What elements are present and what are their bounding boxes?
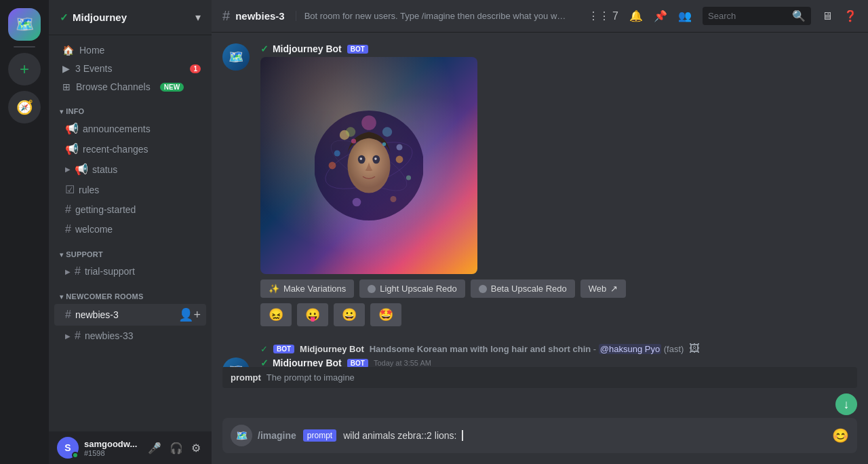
members-icon[interactable]: ⋮⋮ 7 bbox=[588, 9, 618, 22]
section-support[interactable]: ▾ SUPPORT bbox=[49, 239, 212, 261]
channel-announcements[interactable]: 📢 announcements bbox=[54, 119, 206, 138]
light-upscale-redo-button[interactable]: Light Upscale Redo bbox=[359, 279, 465, 298]
ai-portrait-svg bbox=[315, 104, 423, 227]
username: samgoodw... bbox=[84, 439, 140, 449]
add-member-icon[interactable]: 👤+ bbox=[178, 307, 201, 322]
pin-icon[interactable]: 📌 bbox=[654, 9, 667, 22]
channel-status[interactable]: ▶ 📢 status bbox=[54, 159, 206, 179]
search-icon: 🔍 bbox=[792, 9, 806, 22]
channel-getting-started[interactable]: # getting-started bbox=[54, 200, 206, 219]
verified-check: ✓ bbox=[260, 43, 269, 54]
server-icon-explore[interactable]: 🧭 bbox=[8, 91, 41, 123]
svg-point-9 bbox=[361, 115, 376, 130]
headphones-icon[interactable]: 🎧 bbox=[167, 439, 186, 457]
chevron-icon: ▾ bbox=[60, 108, 63, 115]
beta-upscale-redo-button[interactable]: Beta Upscale Redo bbox=[471, 279, 575, 298]
chevron-icon: ▶ bbox=[65, 268, 71, 275]
text-cursor bbox=[462, 430, 463, 441]
channel-newbies-3[interactable]: # newbies-3 👤+ bbox=[54, 304, 206, 326]
input-user-avatar: 🗺️ bbox=[231, 425, 252, 446]
reaction-angry[interactable]: 😖 bbox=[260, 303, 292, 326]
reroll-content: ✓ Midjourney Bot BOT Today at 3:55 AM Re… bbox=[260, 357, 857, 367]
top-bar: # newbies-3 Bot room for new users. Type… bbox=[212, 0, 868, 33]
sidebar-item-home[interactable]: 🏠 Home bbox=[54, 41, 206, 59]
prompt-label: prompt bbox=[231, 372, 261, 383]
image-container bbox=[260, 57, 857, 274]
text-channel-icon: # bbox=[65, 204, 71, 216]
scroll-to-bottom-button[interactable]: ↓ bbox=[835, 393, 857, 415]
sparkle-icon: ✨ bbox=[269, 284, 279, 294]
events-icon: ▶ bbox=[62, 63, 70, 74]
slash-command-label: /imagine bbox=[258, 430, 296, 441]
image-thumb-icon: 🖼 bbox=[689, 343, 700, 355]
web-button[interactable]: Web ↗ bbox=[580, 279, 627, 298]
plus-icon: + bbox=[20, 60, 29, 79]
search-box[interactable]: 🔍 bbox=[703, 7, 811, 25]
channel-rules[interactable]: ☑ rules bbox=[54, 180, 206, 199]
settings-icon[interactable]: ⚙ bbox=[189, 439, 203, 457]
user-discriminator: #1598 bbox=[84, 449, 140, 457]
section-info[interactable]: ▾ INFO bbox=[49, 96, 212, 118]
message-input-box: 🗺️ /imagine prompt wild animals zebra::2… bbox=[222, 418, 857, 453]
help-icon[interactable]: ❓ bbox=[844, 9, 857, 22]
circle-icon bbox=[368, 285, 376, 293]
reaction-starstruck[interactable]: 🤩 bbox=[370, 303, 401, 326]
microphone-icon[interactable]: 🎤 bbox=[145, 439, 164, 457]
message-group-reroll: 🗺️ ✓ Midjourney Bot BOT Today at 3:55 AM… bbox=[222, 357, 857, 367]
threads-icon: ⋮⋮ bbox=[588, 9, 610, 22]
svg-point-7 bbox=[353, 198, 361, 207]
notification-icon[interactable]: 🔔 bbox=[629, 9, 643, 22]
user-controls: 🎤 🎧 ⚙ bbox=[145, 439, 203, 457]
server-header[interactable]: ✓ Midjourney ▾ bbox=[49, 0, 212, 35]
server-icon-midjourney[interactable]: 🗺️ bbox=[8, 8, 41, 41]
events-badge: 1 bbox=[190, 64, 201, 73]
svg-point-6 bbox=[406, 175, 411, 180]
action-buttons: ✨ Make Variations Light Upscale Redo Bet… bbox=[260, 279, 857, 298]
make-variations-button[interactable]: ✨ Make Variations bbox=[260, 279, 354, 298]
chevron-icon: ▾ bbox=[60, 293, 63, 301]
channel-newbies-33[interactable]: ▶ # newbies-33 bbox=[54, 326, 206, 345]
sidebar-item-browse[interactable]: ⊞ Browse Channels NEW bbox=[54, 78, 206, 96]
channel-recent-changes[interactable]: 📢 recent-changes bbox=[54, 139, 206, 159]
top-bar-icons: ⋮⋮ 7 🔔 📌 👥 🔍 🖥 ❓ bbox=[588, 7, 857, 25]
reaction-tongue[interactable]: 😛 bbox=[297, 303, 328, 326]
rules-icon: ☑ bbox=[65, 183, 75, 196]
section-newcomer-rooms[interactable]: ▾ NEWCOMER ROOMS bbox=[49, 282, 212, 303]
channel-hash-icon: # bbox=[222, 8, 230, 24]
reaction-grin[interactable]: 😀 bbox=[334, 303, 365, 326]
text-channel-icon: # bbox=[75, 265, 81, 277]
reroll-time: Today at 3:55 AM bbox=[374, 359, 431, 367]
text-channel-icon: # bbox=[65, 223, 71, 235]
server-icon-add[interactable]: + bbox=[8, 53, 41, 85]
reroll-author: ✓ Midjourney Bot bbox=[260, 357, 342, 367]
svg-point-20 bbox=[334, 151, 340, 157]
prompt-tag: prompt bbox=[303, 429, 336, 442]
members-list-icon[interactable]: 👥 bbox=[678, 9, 692, 22]
emoji-picker-icon[interactable]: 😊 bbox=[832, 427, 849, 444]
command-input-text[interactable]: wild animals zebra::2 lions: bbox=[343, 430, 456, 441]
sidebar-item-events[interactable]: ▶ 3 Events 1 bbox=[54, 60, 206, 77]
online-status-dot bbox=[72, 452, 79, 459]
verified-check-reroll: ✓ bbox=[260, 357, 269, 367]
user-info: samgoodw... #1598 bbox=[84, 439, 140, 457]
message-content: ✓ Midjourney Bot BOT bbox=[260, 43, 857, 332]
verified-icon: ✓ bbox=[60, 12, 68, 24]
input-area: 🗺️ /imagine prompt wild animals zebra::2… bbox=[212, 418, 868, 464]
browse-icon: ⊞ bbox=[62, 81, 71, 92]
channel-welcome[interactable]: # welcome bbox=[54, 220, 206, 239]
mini-reference-message: ✓ BOT Midjourney Bot Handsome Korean man… bbox=[222, 343, 857, 355]
inbox-icon[interactable]: 🖥 bbox=[822, 10, 833, 22]
svg-point-11 bbox=[346, 127, 355, 136]
prompt-placeholder: The prompt to imagine bbox=[267, 372, 355, 383]
channel-list: 🏠 Home ▶ 3 Events 1 ⊞ Browse Channels NE… bbox=[49, 35, 212, 431]
message-header: ✓ Midjourney Bot BOT bbox=[260, 43, 857, 54]
explore-icon: 🧭 bbox=[16, 99, 33, 115]
external-link-icon: ↗ bbox=[610, 284, 618, 294]
search-input[interactable] bbox=[708, 11, 788, 21]
svg-point-10 bbox=[382, 127, 392, 136]
channel-trial-support[interactable]: ▶ # trial-support bbox=[54, 262, 206, 281]
bot-badge-reroll: BOT bbox=[347, 359, 368, 368]
channel-description: Bot room for new users. Type /imagine th… bbox=[296, 11, 567, 21]
avatar: S bbox=[57, 437, 79, 459]
svg-point-15 bbox=[360, 157, 363, 160]
